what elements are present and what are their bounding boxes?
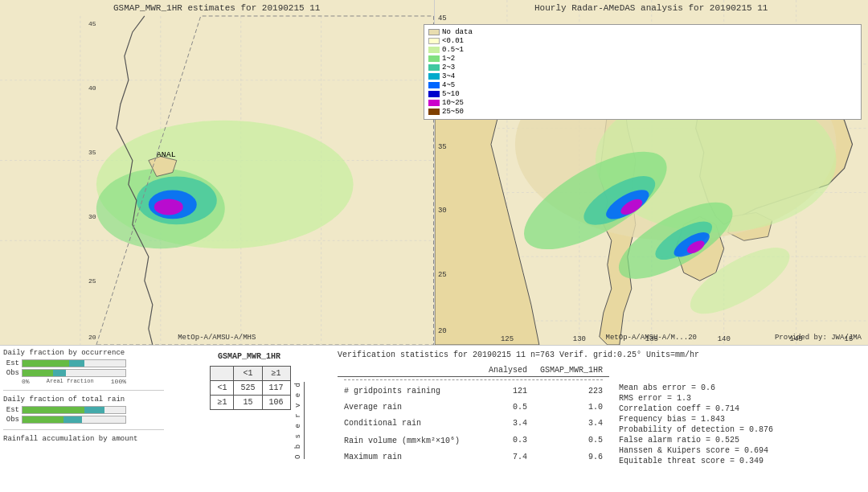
main-container: GSMAP_MWR_1HR estimates for 20190215 11 [0, 0, 868, 492]
legend-item-05: 0.5~1 [428, 46, 857, 54]
stat-correlation: Correlation coeff = 0.714 [619, 404, 780, 413]
empty-header [211, 367, 234, 381]
verif-label-4: Maximum rain [338, 449, 482, 465]
legend-label-12: 1~2 [442, 55, 455, 63]
contingency-layout: <1 ≥1 <1 525 117 ≥1 [194, 366, 304, 459]
est-bar-fill-teal-2 [84, 407, 105, 413]
cont-row-lt1: <1 525 117 [211, 381, 290, 396]
verif-col-analysed: Analysed [482, 364, 534, 377]
svg-text:45: 45 [437, 14, 446, 23]
verif-analysed-0: 121 [482, 383, 534, 399]
col-ge1-header: ≥1 [262, 367, 290, 381]
legend-item-12: 1~2 [428, 55, 857, 63]
stat-ets: Equitable threat score = 0.349 [619, 457, 780, 465]
obs-label-2: Obs [3, 416, 19, 424]
obs-bar-fill-teal-1 [53, 370, 65, 376]
verif-row-1: Average rain 0.5 1.0 [338, 399, 609, 415]
obs-bar-fill-2 [23, 416, 63, 423]
svg-text:140: 140 [717, 335, 730, 343]
map-credit: Provided by: JWA/JMA [775, 334, 862, 342]
verif-gsmap-4: 9.6 [534, 449, 609, 465]
verif-gsmap-2: 3.4 [534, 416, 609, 432]
bottom-row: Daily fraction by occurrence Est Obs [0, 346, 868, 492]
verif-col-empty [338, 364, 482, 377]
legend-item-1025: 10~25 [428, 99, 857, 107]
est-label-2: Est [3, 406, 19, 414]
stat-rms-error: RMS error = 1.3 [619, 394, 780, 403]
legend-item-nodata: No data [428, 28, 857, 36]
svg-point-40 [154, 199, 183, 215]
legend-label-001: <0.01 [442, 37, 464, 45]
legend-color-nodata [428, 29, 440, 35]
legend-label-34: 3~4 [442, 72, 455, 80]
verif-row-2: Conditional rain 3.4 3.4 [338, 416, 609, 432]
legend-color-45 [428, 82, 440, 88]
cont-row-ge1: ≥1 15 106 [211, 396, 290, 410]
accumulation-title: Rainfall accumulation by amount [3, 435, 164, 443]
verif-analysed-2: 3.4 [482, 416, 534, 432]
verif-row-3: Rain volume (mm×km²×10⁶) 0.3 0.5 [338, 432, 609, 449]
row-lt1-label: <1 [211, 381, 234, 396]
cell-21: 15 [234, 396, 262, 410]
est-bar-container-1 [22, 359, 126, 367]
col-lt1-header: <1 [234, 367, 262, 381]
est-bar-fill-1 [23, 360, 69, 367]
legend-color-12 [428, 55, 440, 62]
est-bar-container-2 [22, 406, 126, 414]
right-map-bottom-label: MetOp-A/AMSU-A/M...20 [606, 334, 697, 342]
obs-bar-fill-teal-2 [63, 416, 82, 423]
verif-label-1: Average rain [338, 399, 482, 415]
legend-label-05: 0.5~1 [442, 46, 464, 54]
verif-label-2: Conditional rain [338, 416, 482, 432]
axis-left-1: 0% [22, 378, 30, 385]
legend-label-45: 4~5 [442, 81, 455, 89]
svg-text:25: 25 [437, 271, 446, 279]
contingency-section: GSMAP_MWR_1HR <1 ≥1 [169, 349, 330, 489]
cell-11: 525 [234, 381, 262, 396]
stat-far: False alarm ratio = 0.525 [619, 436, 780, 445]
est-bar-row-2: Est [3, 406, 164, 414]
legend-item-45: 4~5 [428, 81, 857, 89]
svg-text:20: 20 [437, 327, 446, 335]
verif-analysed-4: 7.4 [482, 449, 534, 465]
verif-analysed-1: 0.5 [482, 399, 534, 415]
obs-bar-fill-1 [23, 370, 53, 376]
svg-text:35: 35 [437, 143, 446, 151]
right-map-title: Hourly Radar-AMeDAS analysis for 2019021… [534, 3, 768, 13]
chart-separator-1 [3, 390, 164, 391]
obs-bar-container-1 [22, 369, 126, 377]
legend-item-23: 2~3 [428, 64, 857, 72]
legend-label-nodata: No data [442, 28, 473, 36]
legend-label-510: 5~10 [442, 90, 460, 98]
stat-mean-abs-error: Mean abs error = 0.6 [619, 383, 780, 392]
contingency-title: GSMAP_MWR_1HR [218, 352, 280, 361]
legend-label-2550: 25~50 [442, 108, 464, 116]
est-bar-fill-2 [23, 407, 84, 413]
left-map-title: GSMAP_MWR_1HR estimates for 20190215 11 [113, 3, 320, 13]
legend-color-1025 [428, 100, 440, 106]
stat-hanssen: Hanssen & Kuipers score = 0.694 [619, 446, 780, 455]
legend-item-510: 5~10 [428, 90, 857, 98]
legend-color-05 [428, 47, 440, 53]
legend-color-34 [428, 73, 440, 80]
left-map-panel: GSMAP_MWR_1HR estimates for 20190215 11 [0, 0, 435, 345]
legend: No data <0.01 0.5~1 1~2 2~3 3~4 [424, 24, 862, 120]
fraction-chart-title: Daily fraction by occurrence [3, 349, 164, 357]
legend-color-001 [428, 38, 440, 44]
verif-label-3: Rain volume (mm×km²×10⁶) [338, 432, 482, 449]
verif-row-0: # gridpoints raining 121 223 [338, 383, 609, 399]
svg-text:30: 30 [437, 207, 446, 215]
contingency-col-headers: <1 ≥1 <1 525 117 ≥1 [210, 366, 290, 410]
axis-right-100-1: 100% [111, 378, 126, 385]
verif-table-area: Analysed GSMAP_MWR_1HR # gridpoints rain… [338, 364, 862, 465]
left-map-bottom-label: MetOp-A/AMSU-A/MHS [178, 334, 256, 342]
verif-col-gsmap: GSMAP_MWR_1HR [534, 364, 609, 377]
verif-gsmap-3: 0.5 [534, 432, 609, 449]
observed-side-label: O b s e r v e d [294, 382, 305, 459]
cell-22: 106 [262, 396, 290, 410]
cell-12: 117 [262, 381, 290, 396]
charts-section: Daily fraction by occurrence Est Obs [3, 349, 164, 489]
chart-separator-2 [3, 429, 164, 430]
rain-chart-title: Daily fraction of total rain [3, 396, 164, 404]
verif-label-0: # gridpoints raining [338, 383, 482, 399]
